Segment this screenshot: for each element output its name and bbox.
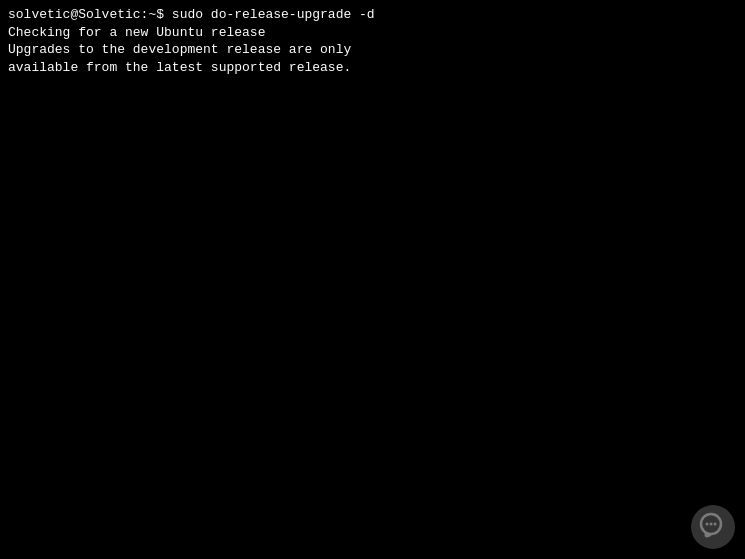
output-line-2: Upgrades to the development release are … xyxy=(8,41,737,59)
solvetic-icon xyxy=(695,509,731,545)
watermark-logo xyxy=(691,505,735,549)
output-line-1: Checking for a new Ubuntu release xyxy=(8,24,737,42)
terminal-window: solvetic@Solvetic:~$ sudo do-release-upg… xyxy=(0,0,745,559)
terminal-output: solvetic@Solvetic:~$ sudo do-release-upg… xyxy=(8,6,737,76)
command-line: solvetic@Solvetic:~$ sudo do-release-upg… xyxy=(8,6,737,24)
svg-point-1 xyxy=(706,523,709,526)
output-line-3: available from the latest supported rele… xyxy=(8,59,737,77)
svg-point-3 xyxy=(714,523,717,526)
svg-point-2 xyxy=(710,523,713,526)
